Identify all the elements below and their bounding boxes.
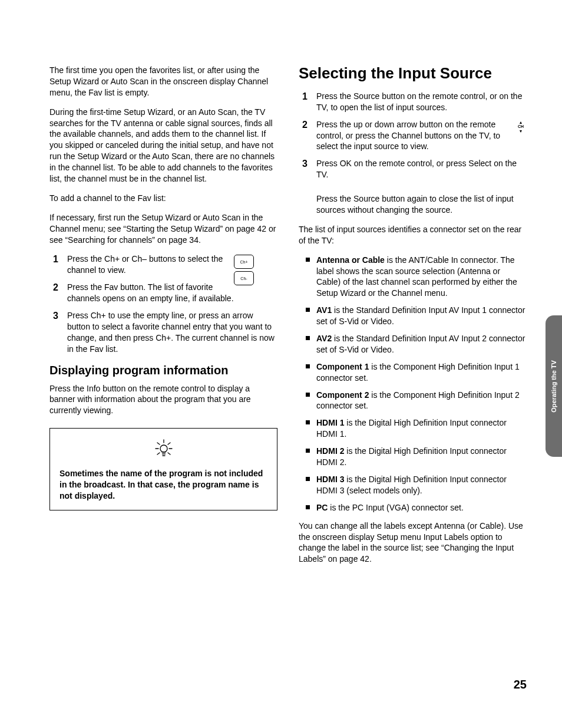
list-item: PC is the PC Input (VGA) connector set. <box>299 502 527 513</box>
source-name: Component 2 <box>316 390 369 400</box>
step-number: 2 <box>53 281 58 294</box>
input-source-list: Antenna or Cable is the ANT/Cable In con… <box>299 255 527 513</box>
section-heading-display-info: Displaying program information <box>49 363 277 377</box>
source-desc: is the Digital High Definition Input con… <box>316 475 507 495</box>
section-tab-label: Operating the TV <box>550 360 558 413</box>
body-text: Press the Info button on the remote cont… <box>49 383 277 417</box>
ch-label: CH <box>515 124 527 129</box>
step-item: 2 ▲ CH ▼ Press the up or down arrow butt… <box>299 119 527 153</box>
source-desc: is the Standard Definition Input AV Inpu… <box>316 305 525 326</box>
step-number: 3 <box>53 309 58 322</box>
source-desc: is the PC Input (VGA) connector set. <box>328 503 463 512</box>
step-item: 1 Ch+ Ch- Press the Ch+ or Ch– buttons t… <box>49 253 277 276</box>
body-text: Press the Source button again to close t… <box>299 193 527 216</box>
body-text: If necessary, first run the Setup Wizard… <box>49 212 277 246</box>
source-name: Antenna or Cable <box>316 255 385 265</box>
body-text: The first time you open the favorites li… <box>49 65 277 98</box>
step-item: 3 Press Ch+ to use the empty line, or pr… <box>49 310 277 355</box>
step-text: Press Ch+ to use the empty line, or pres… <box>67 311 275 354</box>
page-number: 25 <box>514 677 527 693</box>
section-tab: Operating the TV <box>546 315 562 457</box>
list-item: HDMI 3 is the Digital High Definition In… <box>299 474 527 496</box>
fav-list-steps: 1 Ch+ Ch- Press the Ch+ or Ch– buttons t… <box>49 253 277 354</box>
body-text: You can change all the labels except Ant… <box>299 521 527 565</box>
svg-line-7 <box>168 453 170 454</box>
ch-arrow-icon: ▲ CH ▼ <box>515 120 527 134</box>
lightbulb-icon <box>59 438 267 461</box>
source-name: HDMI 2 <box>316 446 344 456</box>
step-item: 1 Press the Source button on the remote … <box>299 91 527 113</box>
step-item: 2 Press the Fav button. The list of favo… <box>49 282 277 304</box>
step-item: 3 Press OK on the remote control, or pre… <box>299 158 527 180</box>
list-item: HDMI 1 is the Digital High Definition In… <box>299 417 527 440</box>
source-name: Component 1 <box>316 362 369 371</box>
step-text: Press OK on the remote control, or press… <box>316 159 517 179</box>
svg-line-6 <box>157 453 160 454</box>
source-name: HDMI 3 <box>316 475 344 484</box>
source-desc: is the Digital High Definition Input con… <box>316 418 507 439</box>
input-source-steps: 1 Press the Source button on the remote … <box>299 91 527 180</box>
list-item: AV2 is the Standard Definition Input AV … <box>299 333 527 355</box>
tip-box: Sometimes the name of the program is not… <box>49 428 277 510</box>
body-text: During the first-time Setup Wizard, or a… <box>49 107 277 185</box>
step-text: Press the up or down arrow button on the… <box>316 120 500 151</box>
step-number: 3 <box>302 157 308 170</box>
section-heading-input-source: Selecting the Input Source <box>299 65 527 83</box>
svg-line-2 <box>157 443 160 444</box>
step-number: 1 <box>53 253 58 266</box>
step-text: Press the Source button on the remote co… <box>316 91 522 112</box>
source-name: AV1 <box>316 305 332 315</box>
source-name: AV2 <box>316 334 332 343</box>
step-number: 1 <box>302 90 308 103</box>
body-text: To add a channel to the Fav list: <box>49 193 277 204</box>
list-item: Component 2 is the Component High Defini… <box>299 390 527 412</box>
tip-text: Sometimes the name of the program is not… <box>59 468 267 502</box>
ch-plus-button-icon: Ch+ <box>234 255 254 269</box>
body-text: The list of input sources identifies a c… <box>299 224 527 246</box>
svg-point-0 <box>160 445 167 452</box>
step-text: Press the Ch+ or Ch– buttons to select t… <box>67 254 223 275</box>
source-name: HDMI 1 <box>316 418 344 427</box>
list-item: HDMI 2 is the Digital High Definition In… <box>299 446 527 468</box>
list-item: Component 1 is the Component High Defini… <box>299 361 527 384</box>
source-name: PC <box>316 503 328 512</box>
step-number: 2 <box>302 118 308 131</box>
list-item: Antenna or Cable is the ANT/Cable In con… <box>299 255 527 299</box>
svg-line-3 <box>168 443 170 444</box>
list-item: AV1 is the Standard Definition Input AV … <box>299 305 527 327</box>
source-desc: is the Digital High Definition Input con… <box>316 446 507 467</box>
source-desc: is the Standard Definition Input AV Inpu… <box>316 334 525 354</box>
step-text: Press the Fav button. The list of favori… <box>67 282 234 303</box>
